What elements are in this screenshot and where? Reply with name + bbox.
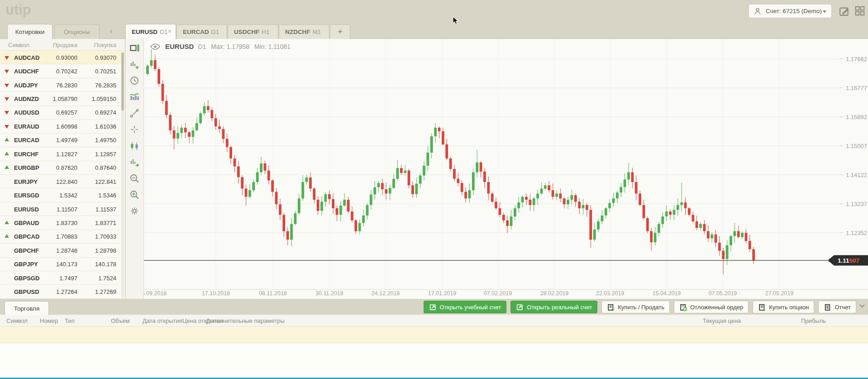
autoscroll-icon[interactable] xyxy=(129,157,140,168)
open-demo-account-button[interactable]: Открыть учебный счет xyxy=(424,301,507,313)
quote-row-eurusd[interactable]: EURUSD1.115071.11537 xyxy=(0,202,125,216)
quote-buy-price: 1.11537 xyxy=(95,206,116,212)
quote-row-gbpjpy[interactable]: GBPJPY140.173140.178 xyxy=(0,258,125,271)
open-real-account-icon xyxy=(516,303,524,311)
settings-icon[interactable] xyxy=(129,206,140,216)
column-symbol: Символ xyxy=(8,42,29,48)
positions-empty-row[interactable] xyxy=(0,327,868,343)
visibility-eye-icon[interactable] xyxy=(150,43,160,50)
candles-icon[interactable] xyxy=(129,140,140,151)
chart-style-icon[interactable] xyxy=(129,43,140,53)
collapse-sidebar-icon[interactable]: ‹ xyxy=(110,27,112,34)
layout-grid-icon[interactable] xyxy=(854,5,866,17)
chart-tab-eurusd-d1[interactable]: EURUSDD1× xyxy=(125,24,176,39)
chart-symbol: EURUSD xyxy=(165,43,194,50)
chart-header: EURUSD D1 Max: 1.17958 Min: 1.11081 xyxy=(150,43,296,50)
trade-panel: Торговля Открыть учебный счетОткрыть реа… xyxy=(0,299,868,379)
tab-symbol: EURUSD xyxy=(132,29,157,35)
price-down-icon xyxy=(5,111,9,115)
report-button[interactable]: Отчет xyxy=(818,301,856,313)
quote-row-audjpy[interactable]: AUDJPY76.283076.2835 xyxy=(0,78,125,92)
more-actions-icon[interactable] xyxy=(859,304,865,308)
quote-sell-price: 1.28746 xyxy=(56,247,77,254)
new-order-icon[interactable] xyxy=(838,5,851,17)
svg-text:1.15892: 1.15892 xyxy=(846,114,867,120)
quote-row-eurjpy[interactable]: EURJPY122.840122.841 xyxy=(0,175,125,188)
zoom-in-icon[interactable] xyxy=(129,189,140,200)
quote-row-eursgd[interactable]: EURSGD1.53421.5346 xyxy=(0,188,125,202)
quote-row-gbpchf[interactable]: GBPCHF1.287461.28798 xyxy=(0,244,125,257)
quote-buy-price: 1.49750 xyxy=(95,137,116,144)
pending-order-button[interactable]: Отложенный ордер xyxy=(674,301,749,313)
quote-row-audchf[interactable]: AUDCHF0.702420.70251 xyxy=(0,64,125,78)
candlestick-chart[interactable]: 1.176621.167771.158921.150071.141221.132… xyxy=(125,39,868,299)
svg-text:15.04.2019: 15.04.2019 xyxy=(653,290,681,297)
price-up-icon xyxy=(5,221,9,224)
button-label: Открыть учебный счет xyxy=(440,304,501,311)
svg-text:1.17662: 1.17662 xyxy=(846,56,867,62)
svg-text:22.03.2019: 22.03.2019 xyxy=(596,290,625,297)
quote-row-gbpsgd[interactable]: GBPSGD1.74971.7524 xyxy=(0,271,125,285)
quote-symbol: AUDCAD xyxy=(14,54,39,61)
add-object-icon[interactable] xyxy=(129,59,140,70)
svg-text:30.11.2018: 30.11.2018 xyxy=(315,290,343,297)
indicators-icon[interactable] xyxy=(129,91,140,102)
tab-quotes[interactable]: Котировки xyxy=(7,24,52,39)
trendline-icon[interactable] xyxy=(129,108,140,119)
position-column-2: Номер xyxy=(40,317,58,324)
timeframe-clock-icon[interactable] xyxy=(129,75,140,86)
svg-text:1.14122: 1.14122 xyxy=(846,172,867,178)
quote-row-audcad[interactable]: AUDCAD0.930000.93070 xyxy=(0,51,125,64)
quote-row-gbpcad[interactable]: GBPCAD1.708831.70933 xyxy=(0,230,125,244)
quote-symbol: GBPUSD xyxy=(14,288,39,295)
button-label: Отчет xyxy=(835,304,851,311)
open-real-account-button[interactable]: Открыть реальный счет xyxy=(510,301,597,313)
quote-symbol: EURSGD xyxy=(14,192,39,199)
zoom-out-icon[interactable] xyxy=(129,173,140,184)
crosshair-icon[interactable] xyxy=(129,124,140,135)
quote-row-audusd[interactable]: AUDUSD0.692570.69274 xyxy=(0,106,125,120)
quote-row-euraud[interactable]: EURAUD1.609981.61036 xyxy=(0,120,125,133)
tab-symbol: USDCHF xyxy=(234,29,259,35)
scrollbar-thumb[interactable] xyxy=(121,53,124,110)
account-label: Счет: 67215 (Demo) xyxy=(766,8,822,14)
chart-area[interactable]: 1.176621.167771.158921.150071.141221.132… xyxy=(125,39,868,299)
tab-options[interactable]: Опционы xyxy=(54,24,100,39)
buy-sell-button[interactable]: Купить / Продать xyxy=(601,301,670,313)
close-tab-icon[interactable]: × xyxy=(168,28,172,35)
quote-buy-price: 0.69274 xyxy=(95,109,116,116)
quote-sell-price: 122.840 xyxy=(56,178,77,185)
chart-tab-usdchf-h1[interactable]: USDCHFH1 xyxy=(228,24,278,39)
chart-tab-nzdchf-m1[interactable]: NZDCHFM1 xyxy=(279,24,329,39)
quote-symbol: GBPJPY xyxy=(14,261,38,268)
quote-buy-price: 76.2835 xyxy=(95,82,116,88)
mouse-cursor xyxy=(453,16,458,25)
price-up-icon xyxy=(5,138,9,141)
column-sell: Продажа xyxy=(53,42,77,48)
quotes-scrollbar[interactable] xyxy=(121,52,124,298)
chart-tab-eurcad-d1[interactable]: EURCADD1 xyxy=(176,24,227,39)
price-up-icon xyxy=(5,234,9,238)
quote-row-eurchf[interactable]: EURCHF1.128271.12857 xyxy=(0,147,125,161)
new-chart-tab-button[interactable]: + xyxy=(330,24,350,39)
position-column-3: Тип xyxy=(65,317,75,324)
quote-row-gbpaud[interactable]: GBPAUD1.837301.83771 xyxy=(0,216,125,230)
quote-sell-price: 0.69257 xyxy=(56,109,77,116)
quote-row-eurcad[interactable]: EURCAD1.497491.49750 xyxy=(0,134,125,147)
price-down-icon xyxy=(5,97,9,101)
buy-option-button[interactable]: Купить опцион xyxy=(753,301,814,313)
quote-buy-price: 140.178 xyxy=(95,261,116,268)
quote-row-gbpusd[interactable]: GBPUSD1.272641.27269 xyxy=(0,285,125,298)
account-selector[interactable]: Счет: 67215 (Demo) xyxy=(749,4,832,18)
positions-header: СимволНомерТипОбъемДата открытияЦена отк… xyxy=(0,315,868,327)
quote-row-eurgbp[interactable]: EURGBP0.876200.87640 xyxy=(0,161,125,175)
svg-text:1.13237: 1.13237 xyxy=(846,201,867,207)
tab-trading[interactable]: Торговля xyxy=(5,301,49,315)
quote-buy-price: 1.12857 xyxy=(95,150,116,157)
quote-row-audnzd[interactable]: AUDNZD1.0587901.059150 xyxy=(0,92,125,106)
button-label: Отложенный ордер xyxy=(690,304,743,311)
quote-symbol: GBPSGD xyxy=(14,274,39,281)
quote-symbol: EURUSD xyxy=(14,206,39,212)
price-down-icon xyxy=(5,125,9,129)
quote-sell-price: 0.93000 xyxy=(56,54,77,61)
